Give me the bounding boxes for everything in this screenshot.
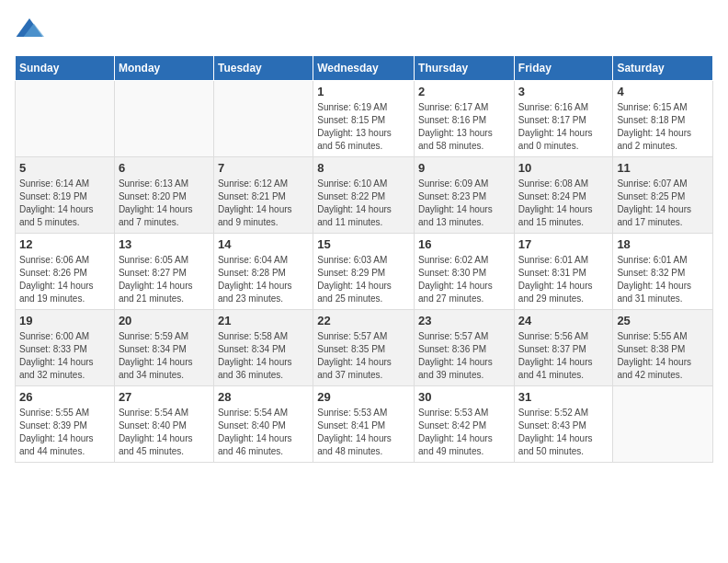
- calendar-cell: 6Sunrise: 6:13 AMSunset: 8:20 PMDaylight…: [114, 157, 213, 234]
- day-number: 22: [317, 314, 410, 327]
- day-info: Sunrise: 5:58 AMSunset: 8:34 PMDaylight:…: [218, 330, 309, 382]
- day-number: 19: [19, 314, 110, 327]
- day-number: 2: [418, 85, 510, 98]
- day-number: 11: [617, 161, 709, 175]
- day-number: 1: [317, 85, 410, 98]
- day-number: 14: [218, 237, 309, 251]
- day-number: 30: [418, 390, 510, 404]
- calendar-cell: 28Sunrise: 5:54 AMSunset: 8:40 PMDayligh…: [213, 386, 313, 463]
- day-number: 3: [518, 85, 609, 98]
- day-info: Sunrise: 5:54 AMSunset: 8:40 PMDaylight:…: [119, 407, 210, 458]
- column-header-friday: Friday: [514, 56, 613, 81]
- calendar-cell: 25Sunrise: 5:55 AMSunset: 8:38 PMDayligh…: [613, 310, 713, 386]
- day-info: Sunrise: 5:57 AMSunset: 8:35 PMDaylight:…: [317, 330, 410, 382]
- calendar-week-row: 26Sunrise: 5:55 AMSunset: 8:39 PMDayligh…: [16, 386, 713, 463]
- day-info: Sunrise: 5:57 AMSunset: 8:36 PMDaylight:…: [418, 330, 510, 382]
- day-number: 20: [119, 314, 210, 327]
- calendar-cell: [16, 81, 115, 157]
- calendar-cell: 3Sunrise: 6:16 AMSunset: 8:17 PMDaylight…: [514, 81, 613, 157]
- day-info: Sunrise: 6:03 AMSunset: 8:29 PMDaylight:…: [317, 254, 410, 305]
- day-info: Sunrise: 6:09 AMSunset: 8:23 PMDaylight:…: [418, 178, 510, 229]
- column-header-monday: Monday: [114, 56, 213, 81]
- day-number: 26: [19, 390, 110, 404]
- day-info: Sunrise: 6:16 AMSunset: 8:17 PMDaylight:…: [518, 101, 609, 153]
- calendar-cell: 26Sunrise: 5:55 AMSunset: 8:39 PMDayligh…: [16, 386, 115, 463]
- day-info: Sunrise: 5:53 AMSunset: 8:41 PMDaylight:…: [317, 407, 410, 458]
- day-info: Sunrise: 6:13 AMSunset: 8:20 PMDaylight:…: [119, 178, 210, 229]
- day-number: 9: [418, 161, 510, 175]
- day-number: 21: [218, 314, 309, 327]
- day-number: 23: [418, 314, 510, 327]
- column-header-thursday: Thursday: [415, 56, 515, 81]
- day-number: 13: [119, 237, 210, 251]
- calendar-cell: 12Sunrise: 6:06 AMSunset: 8:26 PMDayligh…: [16, 234, 115, 310]
- day-info: Sunrise: 5:59 AMSunset: 8:34 PMDaylight:…: [119, 330, 210, 382]
- day-number: 15: [317, 237, 410, 251]
- calendar-cell: 13Sunrise: 6:05 AMSunset: 8:27 PMDayligh…: [114, 234, 213, 310]
- logo-icon: [15, 15, 44, 44]
- day-number: 8: [317, 161, 410, 175]
- calendar: SundayMondayTuesdayWednesdayThursdayFrid…: [15, 55, 713, 463]
- calendar-cell: 30Sunrise: 5:53 AMSunset: 8:42 PMDayligh…: [415, 386, 515, 463]
- calendar-cell: 20Sunrise: 5:59 AMSunset: 8:34 PMDayligh…: [114, 310, 213, 386]
- day-info: Sunrise: 6:01 AMSunset: 8:32 PMDaylight:…: [617, 254, 709, 305]
- day-number: 12: [19, 237, 110, 251]
- day-info: Sunrise: 5:56 AMSunset: 8:37 PMDaylight:…: [518, 330, 609, 382]
- day-info: Sunrise: 6:01 AMSunset: 8:31 PMDaylight:…: [518, 254, 609, 305]
- day-number: 16: [418, 237, 510, 251]
- calendar-week-row: 19Sunrise: 6:00 AMSunset: 8:33 PMDayligh…: [16, 310, 713, 386]
- day-info: Sunrise: 6:12 AMSunset: 8:21 PMDaylight:…: [218, 178, 309, 229]
- day-info: Sunrise: 5:53 AMSunset: 8:42 PMDaylight:…: [418, 407, 510, 458]
- day-info: Sunrise: 5:55 AMSunset: 8:38 PMDaylight:…: [617, 330, 709, 382]
- day-number: 7: [218, 161, 309, 175]
- calendar-cell: 9Sunrise: 6:09 AMSunset: 8:23 PMDaylight…: [415, 157, 515, 234]
- day-info: Sunrise: 6:10 AMSunset: 8:22 PMDaylight:…: [317, 178, 410, 229]
- day-info: Sunrise: 5:55 AMSunset: 8:39 PMDaylight:…: [19, 407, 110, 458]
- calendar-cell: 11Sunrise: 6:07 AMSunset: 8:25 PMDayligh…: [613, 157, 713, 234]
- day-info: Sunrise: 6:07 AMSunset: 8:25 PMDaylight:…: [617, 178, 709, 229]
- day-number: 17: [518, 237, 609, 251]
- day-info: Sunrise: 5:52 AMSunset: 8:43 PMDaylight:…: [518, 407, 609, 458]
- day-info: Sunrise: 6:08 AMSunset: 8:24 PMDaylight:…: [518, 178, 609, 229]
- day-number: 5: [19, 161, 110, 175]
- day-number: 31: [518, 390, 609, 404]
- day-number: 25: [617, 314, 709, 327]
- calendar-cell: 7Sunrise: 6:12 AMSunset: 8:21 PMDaylight…: [213, 157, 313, 234]
- day-info: Sunrise: 6:19 AMSunset: 8:15 PMDaylight:…: [317, 101, 410, 153]
- calendar-cell: 19Sunrise: 6:00 AMSunset: 8:33 PMDayligh…: [16, 310, 115, 386]
- day-info: Sunrise: 6:05 AMSunset: 8:27 PMDaylight:…: [119, 254, 210, 305]
- calendar-cell: 16Sunrise: 6:02 AMSunset: 8:30 PMDayligh…: [415, 234, 515, 310]
- day-number: 6: [119, 161, 210, 175]
- day-number: 28: [218, 390, 309, 404]
- day-number: 4: [617, 85, 709, 98]
- column-header-sunday: Sunday: [16, 56, 115, 81]
- day-info: Sunrise: 6:06 AMSunset: 8:26 PMDaylight:…: [19, 254, 110, 305]
- day-info: Sunrise: 6:02 AMSunset: 8:30 PMDaylight:…: [418, 254, 510, 305]
- calendar-cell: 8Sunrise: 6:10 AMSunset: 8:22 PMDaylight…: [313, 157, 415, 234]
- calendar-cell: 22Sunrise: 5:57 AMSunset: 8:35 PMDayligh…: [313, 310, 415, 386]
- calendar-cell: [613, 386, 713, 463]
- calendar-cell: 29Sunrise: 5:53 AMSunset: 8:41 PMDayligh…: [313, 386, 415, 463]
- calendar-cell: 5Sunrise: 6:14 AMSunset: 8:19 PMDaylight…: [16, 157, 115, 234]
- column-header-wednesday: Wednesday: [313, 56, 415, 81]
- calendar-week-row: 12Sunrise: 6:06 AMSunset: 8:26 PMDayligh…: [16, 234, 713, 310]
- calendar-cell: 27Sunrise: 5:54 AMSunset: 8:40 PMDayligh…: [114, 386, 213, 463]
- day-info: Sunrise: 6:04 AMSunset: 8:28 PMDaylight:…: [218, 254, 309, 305]
- calendar-cell: 2Sunrise: 6:17 AMSunset: 8:16 PMDaylight…: [415, 81, 515, 157]
- calendar-cell: 14Sunrise: 6:04 AMSunset: 8:28 PMDayligh…: [213, 234, 313, 310]
- day-info: Sunrise: 6:17 AMSunset: 8:16 PMDaylight:…: [418, 101, 510, 153]
- calendar-cell: [213, 81, 313, 157]
- calendar-cell: 10Sunrise: 6:08 AMSunset: 8:24 PMDayligh…: [514, 157, 613, 234]
- day-number: 10: [518, 161, 609, 175]
- day-number: 29: [317, 390, 410, 404]
- calendar-cell: 18Sunrise: 6:01 AMSunset: 8:32 PMDayligh…: [613, 234, 713, 310]
- calendar-cell: 21Sunrise: 5:58 AMSunset: 8:34 PMDayligh…: [213, 310, 313, 386]
- calendar-cell: 17Sunrise: 6:01 AMSunset: 8:31 PMDayligh…: [514, 234, 613, 310]
- day-info: Sunrise: 6:14 AMSunset: 8:19 PMDaylight:…: [19, 178, 110, 229]
- calendar-cell: 15Sunrise: 6:03 AMSunset: 8:29 PMDayligh…: [313, 234, 415, 310]
- logo: [15, 15, 48, 44]
- calendar-cell: 4Sunrise: 6:15 AMSunset: 8:18 PMDaylight…: [613, 81, 713, 157]
- calendar-cell: 31Sunrise: 5:52 AMSunset: 8:43 PMDayligh…: [514, 386, 613, 463]
- calendar-cell: 24Sunrise: 5:56 AMSunset: 8:37 PMDayligh…: [514, 310, 613, 386]
- day-number: 27: [119, 390, 210, 404]
